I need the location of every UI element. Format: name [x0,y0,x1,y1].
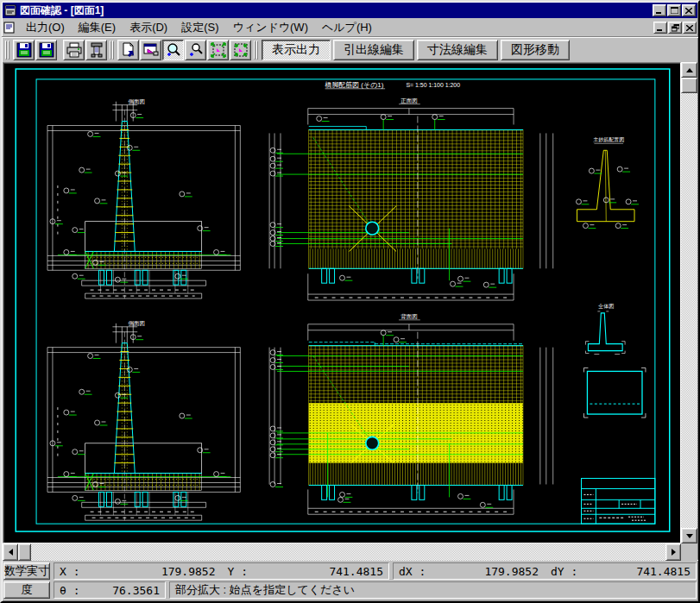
drawing-canvas[interactable]: 橋脚配筋図 (その1) S= 1:50 1:100 1:200 側面図 側面図 … [3,62,681,543]
mdi-document-icon[interactable] [3,22,16,34]
toolbar: 表示出力 引出線編集 寸法線編集 図形移動 [2,38,698,62]
vertical-scroll-thumb[interactable] [681,78,697,93]
mdi-restore-button[interactable] [668,22,682,34]
prompt-message-panel: 部分拡大 : 始点を指定してください [169,581,697,599]
overview-title: 全体図 [598,304,614,310]
window-title: 図面確認 - [図面1] [20,3,652,18]
mdi-restore-icon [672,24,679,32]
save-dxf-button[interactable] [13,40,35,60]
status-bar: 数学実寸 X : 179.9852 Y : 741.4815 dX : 179.… [2,560,698,601]
sheet-title: 橋脚配筋図 (その1) [325,81,383,89]
menu-edit[interactable]: 編集(E) [72,18,123,37]
minimize-button[interactable] [653,4,666,16]
toolbar-grip[interactable] [254,41,260,60]
maximize-icon [671,7,678,14]
scroll-up-icon [686,65,693,72]
angle-panel: θ : 76.3561 [54,581,166,599]
scroll-down-button[interactable] [681,528,697,543]
toggle-dimension-edit[interactable]: 寸法線編集 [417,40,498,60]
theta-label: θ : [60,584,79,597]
scrollbar-corner [681,543,697,561]
printer-icon [66,41,83,59]
theta-value: 76.3561 [79,584,160,597]
scroll-down-icon [686,534,693,542]
sheet-scale-note: S= 1:50 1:100 1:200 [406,82,460,88]
zoom-fit-button[interactable] [230,40,251,60]
minimize-icon [656,8,663,14]
mdi-minimize-button[interactable] [653,22,667,34]
close-icon [685,8,692,14]
title-bar: 図面確認 - [図面1] [3,3,697,18]
zoom-extents-icon [210,41,227,59]
scroll-left-button[interactable] [3,543,18,561]
copy-page-button[interactable] [117,40,139,60]
menu-output[interactable]: 出力(O) [19,18,72,37]
menu-bar: 出力(O) 編集(E) 表示(D) 設定(S) ウィンドウ(W) ヘルプ(H) [2,19,698,36]
horizontal-scrollbar[interactable] [3,543,681,561]
vertical-scrollbar[interactable] [681,62,697,543]
menu-window[interactable]: ウィンドウ(W) [226,18,315,37]
print-setup-button[interactable] [85,40,107,60]
drawing-sheet: 橋脚配筋図 (その1) S= 1:50 1:100 1:200 側面図 側面図 … [5,65,678,541]
zoom-out-button[interactable] [185,40,206,60]
zoom-window-icon [165,41,182,59]
y-label: Y : [228,565,248,578]
zoom-fit-icon [232,41,249,59]
horizontal-scroll-thumb[interactable] [18,543,31,561]
toggle-display-output[interactable]: 表示出力 [262,40,331,60]
dx-label: dX : [399,565,426,578]
section-bottom-title: 側面図 [129,320,145,327]
capture-window-icon [142,41,160,59]
x-value: 179.9852 [79,565,215,578]
app-icon [4,4,16,16]
xy-coordinate-panel: X : 179.9852 Y : 741.4815 [54,562,389,580]
zoom-window-button[interactable] [162,40,184,60]
floppy-dxf-icon [16,41,33,59]
dx-value: 179.9852 [426,565,539,578]
prompt-message: 部分拡大 : 始点を指定してください [175,582,355,598]
menu-help[interactable]: ヘルプ(H) [315,18,379,37]
dy-label: dY : [551,565,577,578]
page-copy-icon [120,41,137,59]
coordinate-mode-button[interactable]: 数学実寸 [3,562,50,580]
scroll-right-button[interactable] [665,543,681,561]
toolbar-grip[interactable] [5,41,11,60]
mdi-close-icon [686,25,693,31]
close-button[interactable] [682,4,696,16]
angle-unit-button[interactable]: 度 [3,581,50,599]
mdi-close-button[interactable] [683,22,697,34]
toggle-leader-edit[interactable]: 引出線編集 [333,40,414,60]
zoom-extents-button[interactable] [207,40,229,60]
zoom-out-icon [187,41,205,59]
scroll-up-button[interactable] [681,62,697,78]
print-button[interactable] [63,40,85,60]
dxdy-coordinate-panel: dX : 179.9852 dY : 741.4815 [393,562,697,580]
rebar-layout-title: 主鉄筋配置図 [593,136,624,143]
save-dxf-alt-button[interactable] [35,40,57,60]
mdi-minimize-icon [657,25,664,31]
maximize-button[interactable] [667,4,681,16]
capture-region-button[interactable] [140,40,161,60]
scroll-left-icon [5,549,13,556]
elevation-bottom-title: 背面図 [400,313,417,320]
scroll-right-icon [672,549,679,556]
app-window: 図面確認 - [図面1] 出力(O) 編集(E) 表示(D) 設定(S) ウィン… [0,0,700,603]
menu-settings[interactable]: 設定(S) [174,18,225,37]
plotter-icon [88,41,105,59]
toggle-shape-move[interactable]: 図形移動 [501,40,570,60]
floppy-dxf-alt-icon [38,41,55,59]
toolbar-grip[interactable] [110,41,116,60]
dy-value: 741.4815 [577,565,691,578]
y-value: 741.4815 [248,565,383,578]
canvas-area: 橋脚配筋図 (その1) S= 1:50 1:100 1:200 側面図 側面図 … [3,62,697,560]
elevation-top-title: 正面図 [400,97,417,104]
menu-view[interactable]: 表示(D) [123,18,174,37]
x-label: X : [60,565,79,578]
section-top-title: 側面図 [129,98,145,105]
